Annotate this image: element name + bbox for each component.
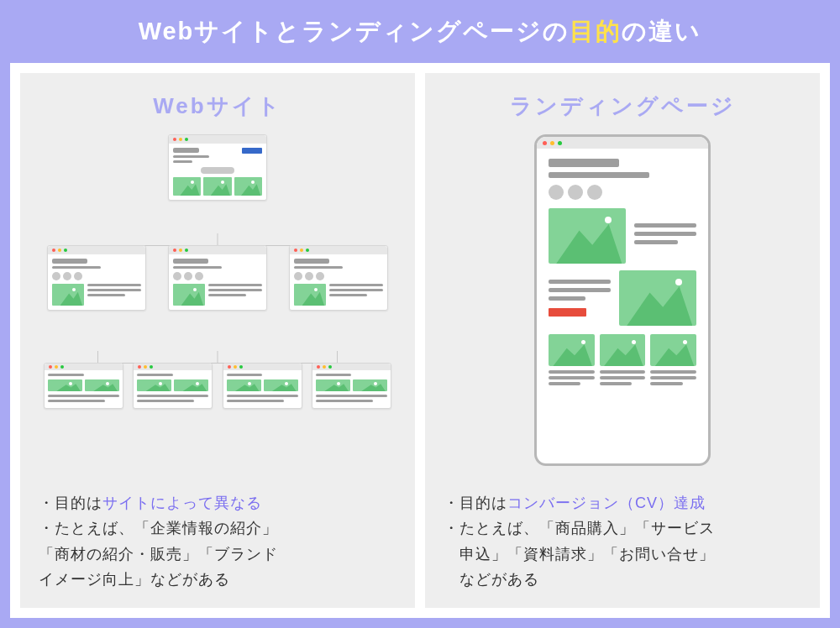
desc-text: ・目的は — [39, 495, 102, 511]
image-placeholder-icon — [294, 284, 326, 306]
panel-website-title: Webサイト — [153, 92, 281, 121]
image-placeholder-icon — [174, 379, 208, 391]
panel-landing-page: ランディングページ — [425, 73, 820, 608]
content: Webサイト — [10, 63, 830, 618]
window-controls — [169, 135, 266, 144]
site-tree — [39, 134, 396, 453]
desc-text: などがある — [444, 567, 801, 593]
image-placeholder-icon — [203, 177, 231, 196]
desc-text: ・たとえば、「企業情報の紹介」 — [39, 515, 396, 542]
phone-frame — [534, 134, 711, 466]
image-placeholder-icon — [316, 379, 350, 391]
image-placeholder-icon — [264, 379, 298, 391]
image-placeholder-icon — [85, 379, 119, 391]
image-placeholder-icon — [52, 284, 84, 306]
page-card — [223, 363, 302, 409]
image-placeholder-icon — [600, 334, 646, 366]
header-title: Webサイトとランディングページの目的の違い — [139, 15, 702, 49]
desc-highlight: サイトによって異なる — [102, 495, 262, 511]
image-placeholder-icon — [48, 379, 82, 391]
image-placeholder-icon — [173, 284, 205, 306]
lp-description: ・目的はコンバージョン（CV）達成 ・たとえば、「商品購入」「サービス 申込」「… — [444, 490, 801, 593]
desc-text: ・たとえば、「商品購入」「サービス — [444, 515, 801, 542]
page-card — [133, 363, 213, 409]
page-card — [289, 245, 388, 311]
image-placeholder-icon — [173, 177, 201, 196]
desc-text: 「商材の紹介・販売」「ブランド — [39, 542, 396, 568]
page-card — [168, 245, 267, 311]
desc-highlight: コンバージョン（CV）達成 — [507, 495, 706, 511]
image-placeholder-icon — [549, 334, 595, 366]
desc-text: 申込」「資料請求」「お問い合せ」 — [444, 542, 801, 568]
cta-button-icon — [549, 308, 586, 317]
website-illustration — [39, 134, 396, 479]
desc-text: イメージ向上」などがある — [39, 567, 396, 593]
desc-text: ・目的は — [444, 495, 507, 511]
image-placeholder-icon — [234, 177, 262, 196]
website-description: ・目的はサイトによって異なる ・たとえば、「企業情報の紹介」 「商材の紹介・販売… — [39, 490, 396, 593]
page-card — [312, 363, 391, 409]
image-placeholder-icon — [619, 270, 696, 326]
title-post: の違い — [622, 18, 701, 44]
cta-button-icon — [242, 148, 262, 154]
window-controls — [537, 137, 708, 149]
image-placeholder-icon — [137, 379, 171, 391]
panel-website: Webサイト — [20, 73, 415, 608]
image-placeholder-icon — [549, 208, 626, 264]
title-pre: Webサイトとランディングページの — [139, 18, 570, 44]
page-card — [44, 363, 123, 409]
image-placeholder-icon — [353, 379, 387, 391]
page-card — [168, 134, 267, 201]
header: Webサイトとランディングページの目的の違い — [0, 0, 840, 63]
panel-lp-title: ランディングページ — [510, 92, 736, 121]
image-placeholder-icon — [650, 334, 696, 366]
page-card — [47, 245, 146, 311]
diagram-root: Webサイトとランディングページの目的の違い Webサイト — [0, 0, 840, 628]
title-accent: 目的 — [570, 18, 622, 44]
image-placeholder-icon — [227, 379, 261, 391]
lp-illustration — [444, 134, 801, 479]
